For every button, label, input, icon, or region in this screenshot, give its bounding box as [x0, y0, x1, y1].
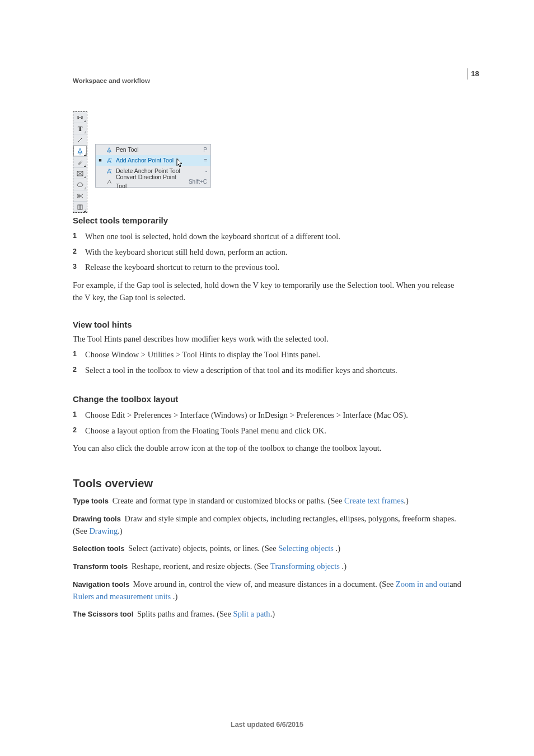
overview-item-navigation: Navigation tools Move around in, control… — [73, 578, 464, 603]
overview-text-post2: .) — [173, 592, 177, 601]
tool-flyout-figure: T — [73, 111, 211, 200]
link-split-path[interactable]: Split a path — [233, 609, 270, 618]
link-zoom-in-out[interactable]: Zoom in and out — [396, 580, 449, 589]
steps-change-layout: Choose Edit > Preferences > Interface (W… — [73, 408, 464, 440]
overview-text: Reshape, reorient, and resize objects. (… — [132, 562, 270, 571]
overview-text-post: .) — [118, 526, 122, 535]
toolbox-line-icon — [73, 134, 87, 145]
svg-text:+: + — [110, 157, 112, 160]
add-anchor-icon: + — [105, 157, 113, 164]
toolbox-pencil-icon — [73, 156, 87, 167]
list-item: Release the keyboard shortcut to return … — [73, 260, 464, 276]
overview-text-post: .) — [336, 544, 340, 553]
link-drawing[interactable]: Drawing — [89, 526, 118, 535]
link-selecting-objects[interactable]: Selecting objects — [278, 544, 335, 553]
list-item: Choose Edit > Preferences > Interface (W… — [73, 408, 464, 424]
toolbox-transform-icon — [73, 201, 87, 212]
svg-line-8 — [79, 195, 83, 198]
flyout-shortcut: - — [184, 167, 207, 175]
flyout-shortcut: = — [184, 156, 207, 165]
heading-select-tools: Select tools temporarily — [73, 214, 464, 227]
svg-rect-11 — [80, 205, 82, 209]
overview-text-post: .) — [270, 609, 275, 618]
overview-text-post: .) — [404, 496, 408, 505]
svg-line-0 — [78, 138, 82, 142]
flyout-label: Convert Direction Point Tool — [116, 173, 181, 191]
overview-text: Move around in, control the view of, and… — [133, 580, 396, 589]
paragraph: The Tool Hints panel describes how modif… — [73, 333, 464, 346]
overview-text-post: and — [449, 580, 461, 589]
overview-text: Create and format type in standard or cu… — [113, 496, 344, 505]
list-item: With the keyboard shortcut still held do… — [73, 245, 464, 261]
link-transforming-objects[interactable]: Transforming objects — [270, 562, 342, 571]
heading-view-hints: View tool hints — [73, 319, 464, 332]
runin-term: The Scissors tool — [73, 610, 133, 618]
page-footer: Last updated 6/6/2015 — [0, 720, 534, 730]
runin-term: Transform tools — [73, 562, 128, 571]
link-create-text-frames[interactable]: Create text frames — [344, 496, 404, 505]
delete-anchor-icon: − — [105, 168, 113, 175]
toolbox-gap-icon — [73, 112, 87, 123]
flyout-label: Pen Tool — [116, 146, 181, 155]
runin-term: Drawing tools — [73, 515, 121, 523]
svg-line-9 — [79, 194, 83, 197]
toolbox-ellipse-icon — [73, 179, 87, 190]
cursor-pointer-icon — [176, 158, 184, 168]
overview-item-selection: Selection tools Select (activate) object… — [73, 543, 464, 555]
flyout-shortcut: Shift+C — [184, 178, 207, 186]
paragraph: You can also click the double arrow icon… — [73, 442, 464, 455]
flyout-shortcut: P — [184, 146, 207, 154]
convert-point-icon — [105, 179, 113, 185]
heading-change-layout: Change the toolbox layout — [73, 393, 464, 406]
flyout-item-convert-point: Convert Direction Point Tool Shift+C — [96, 176, 210, 187]
toolbox-scissors-icon — [73, 190, 87, 201]
overview-item-scissors: The Scissors tool Splits paths and frame… — [73, 608, 464, 620]
toolbox-pen-icon — [73, 145, 87, 156]
steps-view-hints: Choose Window > Utilities > Tool Hints t… — [73, 348, 464, 379]
overview-text: Select (activate) objects, points, or li… — [128, 544, 278, 553]
heading-tools-overview: Tools overview — [73, 475, 464, 492]
flyout-item-add-anchor: ■ + Add Anchor Point Tool = — [96, 155, 210, 166]
runin-term: Selection tools — [73, 544, 124, 553]
list-item: Select a tool in the toolbox to view a d… — [73, 363, 464, 379]
overview-item-type: Type tools Create and format type in sta… — [73, 495, 464, 507]
overview-text-post: .) — [342, 562, 346, 571]
page-number: 18 — [467, 68, 479, 80]
running-header: Workspace and workflow — [73, 76, 464, 86]
pen-tool-flyout: Pen Tool P ■ + Add Anchor Point Tool = −… — [95, 144, 211, 188]
link-rulers-units[interactable]: Rulers and measurement units — [73, 592, 173, 601]
flyout-bullet: ■ — [98, 157, 102, 165]
toolbox-strip: T — [73, 111, 87, 213]
paragraph: For example, if the Gap tool is selected… — [73, 279, 464, 304]
runin-term: Navigation tools — [73, 580, 129, 589]
svg-point-5 — [77, 183, 83, 186]
overview-text: Draw and style simple and complex object… — [73, 514, 456, 535]
toolbox-rect-frame-icon — [73, 167, 87, 179]
overview-text: Splits paths and frames. (See — [137, 609, 233, 618]
runin-term: Type tools — [73, 497, 109, 505]
flyout-item-pen: Pen Tool P — [96, 144, 210, 155]
list-item: When one tool is selected, hold down the… — [73, 230, 464, 245]
flyout-label: Add Anchor Point Tool — [116, 156, 181, 165]
list-item: Choose a layout option from the Floating… — [73, 424, 464, 440]
svg-rect-10 — [78, 205, 80, 209]
toolbox-type-icon: T — [73, 123, 87, 134]
steps-select-tools: When one tool is selected, hold down the… — [73, 230, 464, 276]
pen-icon — [105, 147, 113, 153]
overview-item-drawing: Drawing tools Draw and style simple and … — [73, 513, 464, 538]
svg-text:−: − — [110, 168, 112, 171]
overview-item-transform: Transform tools Reshape, reorient, and r… — [73, 561, 464, 573]
list-item: Choose Window > Utilities > Tool Hints t… — [73, 348, 464, 363]
